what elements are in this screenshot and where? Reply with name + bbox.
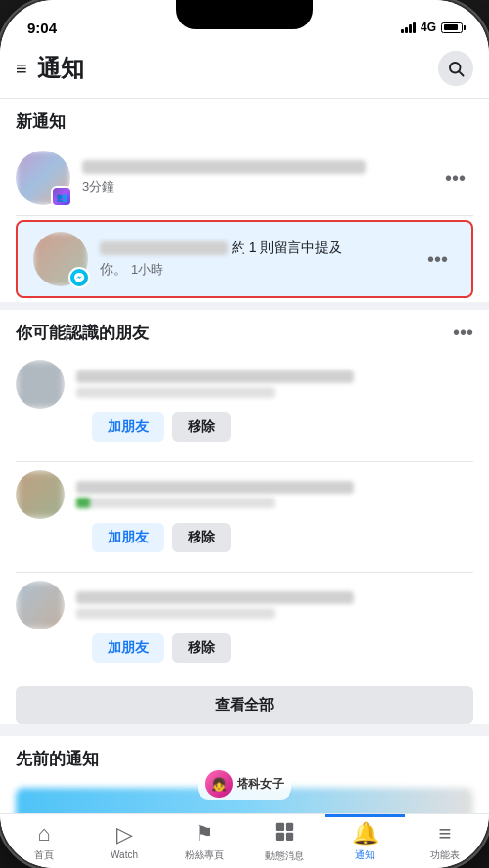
friend-mutual-blur-3 (76, 608, 275, 619)
app-header: ≡ 通知 (0, 43, 489, 99)
tab-watch[interactable]: ▷ Watch (84, 814, 164, 868)
new-notifications-section: 新通知 👥 3分鐘 ••• (0, 99, 489, 302)
highlighted-wrapper: 約 1 則留言中提及 你。 1小時 ••• (0, 216, 489, 302)
notifications-icon: 🔔 (352, 821, 378, 846)
view-all-button[interactable]: 查看全部 (16, 686, 473, 724)
notif-text-blur-1 (82, 160, 366, 174)
people-more-btn[interactable]: ••• (453, 322, 473, 344)
battery-tip (464, 25, 466, 30)
notification-item-1[interactable]: 👥 3分鐘 ••• (0, 141, 489, 215)
friend-avatar-img-1 (16, 360, 65, 409)
add-friend-btn-2[interactable]: 加朋友 (92, 523, 164, 552)
friend-row-top-1 (16, 360, 473, 409)
header-left: ≡ 通知 (16, 53, 84, 84)
mutual-icon (76, 498, 90, 508)
tab-pages-label: 粉絲專頁 (185, 848, 224, 862)
network-label: 4G (421, 21, 436, 34)
status-time: 9:04 (27, 20, 57, 36)
friend-item-1: 加朋友 移除 (0, 352, 489, 461)
battery-fill (444, 24, 458, 30)
watermark-avatar: 👧 (205, 770, 233, 798)
people-section-title: 你可能認識的朋友 (16, 322, 149, 344)
main-content: ≡ 通知 新通知 (0, 43, 489, 813)
battery-body (441, 22, 463, 33)
add-friend-btn-1[interactable]: 加朋友 (92, 412, 164, 442)
new-notifications-label: 新通知 (0, 99, 489, 141)
friend-name-blur-2 (76, 481, 354, 494)
tab-menu[interactable]: ≡ 功能表 (405, 814, 485, 868)
notif-time-2: 1小時 (131, 261, 163, 279)
friend-mutual-blur-2 (76, 498, 275, 508)
friend-item-3: 加朋友 移除 (0, 573, 489, 682)
people-icon: 👥 (56, 192, 67, 202)
tab-pages[interactable]: ⚑ 粉絲專頁 (164, 814, 244, 868)
tab-bar: ⌂ 首頁 ▷ Watch ⚑ 粉絲專頁 (0, 813, 489, 868)
notif-you-label: 你。 (100, 261, 127, 279)
friend-avatar-3 (16, 581, 65, 629)
tab-watch-label: Watch (111, 849, 138, 860)
phone-screen: 9:04 4G (0, 0, 489, 868)
svg-rect-5 (286, 832, 293, 840)
pages-icon: ⚑ (195, 821, 214, 846)
friend-action-row-3: 加朋友 移除 (16, 629, 473, 674)
signal-bar-2 (405, 27, 408, 33)
svg-rect-2 (276, 822, 284, 830)
friend-info-2 (76, 481, 473, 508)
notif-more-btn-2[interactable]: ••• (420, 244, 456, 275)
notif-mention-text: 約 1 則留言中提及 (232, 239, 343, 257)
notif-content-2: 約 1 則留言中提及 你。 1小時 (100, 239, 420, 279)
friend-row-top-3 (16, 581, 473, 629)
friend-avatar-img-3 (16, 581, 65, 629)
tab-home[interactable]: ⌂ 首頁 (4, 814, 84, 868)
phone-frame: 9:04 4G (0, 0, 489, 868)
notif-avatar-wrap-1: 👥 (16, 151, 70, 205)
remove-btn-3[interactable]: 移除 (172, 633, 231, 663)
hamburger-icon[interactable]: ≡ (16, 58, 27, 80)
friend-avatar-1 (16, 360, 65, 409)
friend-name-blur-3 (76, 591, 354, 604)
svg-rect-4 (276, 832, 284, 840)
messenger-icon (68, 267, 90, 288)
tab-marketplace-label: 動態消息 (265, 849, 304, 863)
people-you-may-know-section: 你可能認識的朋友 ••• 加朋友 (0, 310, 489, 724)
friend-item-2: 加朋友 移除 (0, 462, 489, 572)
signal-bars (401, 22, 416, 33)
marketplace-icon (274, 820, 295, 847)
watermark: 👧 塔科女子 (198, 768, 291, 800)
page-title: 通知 (37, 53, 84, 84)
friend-avatar-img-2 (16, 470, 65, 519)
friend-action-row-2: 加朋友 移除 (16, 519, 473, 564)
add-friend-btn-3[interactable]: 加朋友 (92, 633, 164, 663)
notch (176, 0, 313, 29)
home-icon: ⌂ (37, 821, 50, 846)
signal-bar-4 (413, 22, 416, 33)
friend-avatar-2 (16, 470, 65, 519)
friend-name-blur-1 (76, 370, 354, 383)
status-icons: 4G (401, 21, 466, 34)
notif-content-1: 3分鐘 (82, 160, 437, 195)
tab-marketplace[interactable]: 動態消息 (244, 814, 325, 868)
tab-notifications[interactable]: 🔔 通知 (325, 814, 405, 868)
battery-icon (441, 22, 466, 33)
friend-info-1 (76, 370, 473, 398)
remove-btn-1[interactable]: 移除 (172, 412, 231, 442)
notification-item-2[interactable]: 約 1 則留言中提及 你。 1小時 ••• (16, 220, 473, 298)
tab-menu-label: 功能表 (430, 848, 460, 862)
notif-more-btn-1[interactable]: ••• (437, 163, 473, 194)
watch-icon: ▷ (116, 822, 133, 847)
friend-mutual-blur-1 (76, 387, 275, 398)
signal-bar-3 (409, 24, 412, 33)
svg-rect-3 (286, 822, 293, 830)
menu-icon: ≡ (439, 821, 452, 846)
notif-name-blur (100, 241, 228, 255)
tab-notifications-label: 通知 (355, 848, 375, 862)
signal-bar-1 (401, 29, 404, 33)
people-section-header: 你可能認識的朋友 ••• (0, 310, 489, 352)
friend-row-top-2 (16, 470, 473, 519)
friend-action-row-1: 加朋友 移除 (16, 409, 473, 454)
remove-btn-2[interactable]: 移除 (172, 523, 231, 552)
app-icon-1: 👥 (51, 186, 72, 207)
search-button[interactable] (438, 51, 473, 86)
notif-sub-row: 你。 1小時 (100, 261, 420, 279)
friend-info-3 (76, 591, 473, 619)
